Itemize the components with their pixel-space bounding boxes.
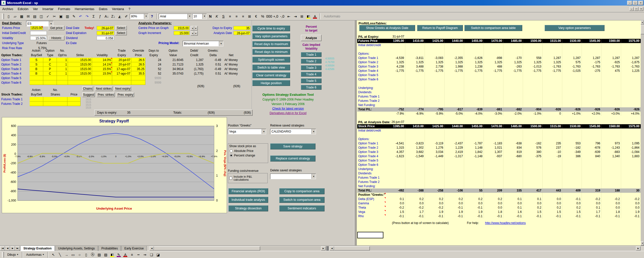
pl-cell[interactable] xyxy=(445,52,464,56)
pl-cell[interactable]: -1,183 xyxy=(484,141,503,146)
pl-cell[interactable]: 0.2 xyxy=(543,206,562,210)
pl-cell[interactable] xyxy=(425,52,445,56)
pl-cell[interactable] xyxy=(425,86,445,90)
pl-cell[interactable]: -0.2 xyxy=(386,206,405,210)
pl-cell[interactable]: -0.2 xyxy=(405,206,425,210)
pl-cell[interactable] xyxy=(484,120,503,124)
pl-cell[interactable] xyxy=(621,77,641,82)
bold-icon[interactable]: N xyxy=(207,13,214,19)
pl-cell[interactable] xyxy=(464,176,484,180)
italic-icon[interactable]: K xyxy=(214,13,220,19)
help-link[interactable]: http://www.hoadley.net/options xyxy=(485,221,526,225)
pl-cell[interactable] xyxy=(601,137,621,141)
pl-cell[interactable] xyxy=(405,73,425,77)
pl-cell[interactable] xyxy=(543,99,562,103)
pl-cell[interactable]: -1,148 xyxy=(464,154,484,158)
debit-credit-cell[interactable]: (1,763) xyxy=(184,67,204,71)
pl-cell[interactable] xyxy=(405,184,425,188)
pl-cell[interactable]: 2,738 xyxy=(425,64,445,69)
chain-button[interactable]: Next strikes xyxy=(95,86,112,91)
pl-cell[interactable]: 1.8 xyxy=(601,210,621,214)
text-box-icon[interactable]: ▯ xyxy=(83,252,89,258)
pl-cell[interactable]: -638 xyxy=(503,141,523,146)
pl-cell[interactable]: 1.5 xyxy=(562,210,582,214)
pl-cell[interactable] xyxy=(523,43,543,47)
pl-cell[interactable] xyxy=(523,180,543,184)
pl-cell[interactable] xyxy=(386,73,405,77)
chain-button[interactable]: Prev. strikes xyxy=(97,92,115,97)
pl-cell[interactable]: 31-jul-07 xyxy=(386,35,405,39)
pl-cell[interactable] xyxy=(425,171,445,176)
pl-cell[interactable]: -4,541 xyxy=(386,141,405,146)
buy-sell-cell[interactable]: B xyxy=(30,71,43,76)
analysis-button[interactable]: Individual trade analysis xyxy=(228,197,268,203)
pl-cell[interactable] xyxy=(562,90,582,94)
pl-cell[interactable] xyxy=(445,35,464,39)
pl-cell[interactable] xyxy=(484,103,503,107)
pl-cell[interactable]: -1,449 xyxy=(425,154,445,158)
pl-cell[interactable] xyxy=(523,82,543,86)
pl-cell[interactable] xyxy=(523,171,543,176)
pl-cell[interactable] xyxy=(386,171,405,176)
pl-cell[interactable] xyxy=(543,94,562,99)
pl-cell[interactable]: 1545.00 xyxy=(582,39,601,43)
pl-cell[interactable]: 1425.00 xyxy=(425,39,445,43)
pl-cell[interactable]: -0.1 xyxy=(523,214,543,218)
option-type-cell[interactable] xyxy=(43,80,57,85)
option-value-cell[interactable]: 21.6045 xyxy=(162,58,184,62)
pl-cell[interactable] xyxy=(543,133,562,137)
pl-cell[interactable] xyxy=(562,77,582,82)
scroll-left-icon[interactable]: ◀ xyxy=(330,246,334,250)
pl-cell[interactable]: -0.2 xyxy=(425,206,445,210)
pl-cell[interactable] xyxy=(543,193,562,197)
merge-center-icon[interactable]: ⊞ xyxy=(246,13,253,19)
pl-cell[interactable]: 3,682 xyxy=(405,150,425,154)
pl-cell[interactable] xyxy=(582,73,601,77)
centre-price-stepper[interactable]: ◄► xyxy=(191,26,198,30)
radio-icon[interactable] xyxy=(230,149,233,152)
pl-cell[interactable] xyxy=(621,184,641,188)
days-to-expiry-cell[interactable]: 24 xyxy=(145,58,162,62)
pl-cell[interactable] xyxy=(543,52,562,56)
moneyness-cell[interactable] xyxy=(222,76,240,80)
pl-cell[interactable]: 1395.00 xyxy=(386,39,405,43)
scrollbar-splitter[interactable] xyxy=(326,246,329,251)
pl-cell[interactable]: 1,325 xyxy=(386,60,405,64)
pl-cell[interactable]: +4.0% xyxy=(621,112,641,116)
pl-cell[interactable]: -0.1 xyxy=(562,214,582,218)
pl-cell[interactable]: -639 xyxy=(582,150,601,154)
checkbox-icon[interactable] xyxy=(229,177,232,180)
pl-cell[interactable]: 1,148 xyxy=(464,146,484,150)
pl-cell[interactable] xyxy=(562,103,582,107)
pl-cell[interactable] xyxy=(543,176,562,180)
pl-cell[interactable]: -1.0% xyxy=(523,112,543,116)
days-to-expiry-cell[interactable]: 52 xyxy=(145,71,162,76)
vertical-scroll-thumb[interactable] xyxy=(641,25,644,34)
pl-cell[interactable] xyxy=(425,184,445,188)
deal-date-cell[interactable]: 26-jul-07 xyxy=(97,26,114,30)
pl-cell[interactable] xyxy=(464,193,484,197)
restore-button[interactable]: □ xyxy=(633,1,638,5)
pl-cell[interactable]: 1575.00 xyxy=(621,39,641,43)
moneyness-cell[interactable]: At' Money xyxy=(222,58,240,62)
volatility-cell[interactable]: 15.5% xyxy=(92,67,112,71)
pl-cell[interactable] xyxy=(601,171,621,176)
pl-cell[interactable] xyxy=(405,128,425,133)
pl-cell[interactable] xyxy=(503,137,523,141)
vertical-scrollbar[interactable]: ▲ ▼ xyxy=(641,20,644,245)
pl-cell[interactable]: -795 xyxy=(425,107,445,112)
pl-cell[interactable]: 1545.00 xyxy=(582,124,601,128)
pl-cell[interactable]: 1,325 xyxy=(503,60,523,64)
days-to-expiry-cell[interactable]: 9999 xyxy=(145,76,162,80)
pl-cell[interactable] xyxy=(503,176,523,180)
pl-cell[interactable] xyxy=(523,120,543,124)
pl-cell[interactable]: 0.0 xyxy=(582,201,601,206)
align-center-icon[interactable]: ≡ xyxy=(233,13,240,19)
stock-price-cell[interactable] xyxy=(67,102,80,106)
analysis-button[interactable]: Switch to comparison area xyxy=(279,197,325,203)
pl-cell[interactable] xyxy=(464,43,484,47)
pl-cell[interactable]: -1,763 xyxy=(601,64,621,69)
pl-cell[interactable] xyxy=(601,94,621,99)
pl-cell[interactable]: -0.1 xyxy=(386,214,405,218)
pl-cell[interactable] xyxy=(601,133,621,137)
